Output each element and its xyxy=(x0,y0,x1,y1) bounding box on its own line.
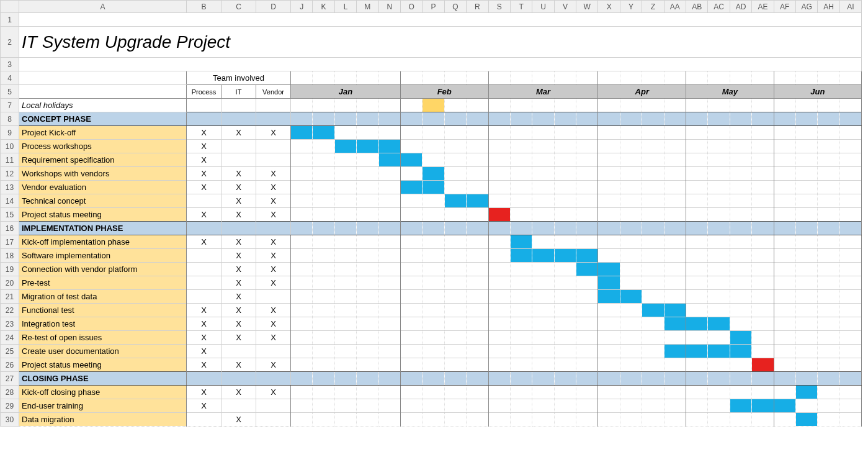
gantt-cell[interactable] xyxy=(664,358,686,372)
gantt-cell[interactable] xyxy=(510,358,532,372)
gantt-cell[interactable] xyxy=(620,249,642,263)
gantt-cell[interactable] xyxy=(620,386,642,399)
gantt-cell[interactable] xyxy=(510,99,532,112)
col-header-L[interactable]: L xyxy=(334,1,356,13)
gantt-cell[interactable] xyxy=(686,112,708,126)
gantt-cell[interactable] xyxy=(334,208,356,222)
process-mark[interactable]: X xyxy=(187,181,221,194)
process-mark[interactable] xyxy=(187,263,221,276)
gantt-cell[interactable] xyxy=(423,181,444,194)
gantt-cell[interactable] xyxy=(752,331,774,345)
gantt-cell[interactable] xyxy=(400,317,422,331)
row-header[interactable]: 3 xyxy=(1,58,19,71)
gantt-cell[interactable] xyxy=(357,358,378,372)
gantt-cell[interactable] xyxy=(620,112,642,126)
cell[interactable] xyxy=(686,71,708,85)
gantt-cell[interactable] xyxy=(795,276,817,290)
gantt-cell[interactable] xyxy=(730,317,751,331)
gantt-cell[interactable] xyxy=(576,153,598,167)
gantt-cell[interactable] xyxy=(532,413,554,427)
gantt-cell[interactable] xyxy=(642,222,664,235)
gantt-cell[interactable] xyxy=(730,413,751,427)
gantt-cell[interactable] xyxy=(488,263,510,276)
gantt-cell[interactable] xyxy=(620,99,642,112)
gantt-cell[interactable] xyxy=(598,126,620,140)
gantt-cell[interactable] xyxy=(467,290,488,304)
gantt-cell[interactable] xyxy=(488,413,510,427)
row-header[interactable]: 19 xyxy=(1,263,19,276)
it-mark[interactable]: X xyxy=(221,263,256,276)
col-header-X[interactable]: X xyxy=(598,1,620,13)
gantt-cell[interactable] xyxy=(488,399,510,413)
gantt-cell[interactable] xyxy=(444,194,466,208)
gantt-cell[interactable] xyxy=(467,304,488,317)
gantt-cell[interactable] xyxy=(818,372,839,386)
gantt-cell[interactable] xyxy=(708,235,730,249)
gantt-cell[interactable] xyxy=(752,304,774,317)
gantt-cell[interactable] xyxy=(576,249,598,263)
gantt-cell[interactable] xyxy=(357,386,378,399)
gantt-cell[interactable] xyxy=(774,249,795,263)
gantt-cell[interactable] xyxy=(774,290,795,304)
gantt-cell[interactable] xyxy=(576,386,598,399)
gantt-cell[interactable] xyxy=(378,140,400,153)
it-mark[interactable]: X xyxy=(221,290,256,304)
gantt-cell[interactable] xyxy=(488,222,510,235)
cell[interactable] xyxy=(187,112,221,126)
gantt-cell[interactable] xyxy=(774,386,795,399)
gantt-cell[interactable] xyxy=(818,194,839,208)
gantt-cell[interactable] xyxy=(313,276,334,290)
gantt-cell[interactable] xyxy=(576,304,598,317)
gantt-cell[interactable] xyxy=(795,290,817,304)
gantt-cell[interactable] xyxy=(444,112,466,126)
gantt-cell[interactable] xyxy=(400,235,422,249)
gantt-cell[interactable] xyxy=(774,99,795,112)
gantt-cell[interactable] xyxy=(488,331,510,345)
gantt-cell[interactable] xyxy=(423,345,444,358)
gantt-cell[interactable] xyxy=(357,194,378,208)
gantt-cell[interactable] xyxy=(357,317,378,331)
gantt-cell[interactable] xyxy=(532,153,554,167)
gantt-cell[interactable] xyxy=(291,263,313,276)
gantt-cell[interactable] xyxy=(598,222,620,235)
gantt-cell[interactable] xyxy=(313,140,334,153)
gantt-cell[interactable] xyxy=(357,140,378,153)
gantt-cell[interactable] xyxy=(467,413,488,427)
gantt-cell[interactable] xyxy=(423,358,444,372)
gantt-cell[interactable] xyxy=(664,263,686,276)
gantt-cell[interactable] xyxy=(510,290,532,304)
gantt-cell[interactable] xyxy=(510,222,532,235)
gantt-cell[interactable] xyxy=(730,249,751,263)
gantt-cell[interactable] xyxy=(400,358,422,372)
gantt-cell[interactable] xyxy=(620,235,642,249)
cell[interactable] xyxy=(730,71,751,85)
gantt-cell[interactable] xyxy=(708,317,730,331)
vendor-mark[interactable] xyxy=(256,140,291,153)
gantt-cell[interactable] xyxy=(378,235,400,249)
gantt-cell[interactable] xyxy=(576,222,598,235)
gantt-cell[interactable] xyxy=(400,208,422,222)
gantt-cell[interactable] xyxy=(752,126,774,140)
gantt-cell[interactable] xyxy=(467,167,488,181)
gantt-cell[interactable] xyxy=(313,181,334,194)
gantt-cell[interactable] xyxy=(664,304,686,317)
gantt-cell[interactable] xyxy=(664,235,686,249)
gantt-cell[interactable] xyxy=(488,181,510,194)
gantt-cell[interactable] xyxy=(774,413,795,427)
gantt-cell[interactable] xyxy=(488,194,510,208)
gantt-cell[interactable] xyxy=(708,413,730,427)
gantt-cell[interactable] xyxy=(334,358,356,372)
gantt-cell[interactable] xyxy=(400,167,422,181)
gantt-cell[interactable] xyxy=(291,153,313,167)
gantt-cell[interactable] xyxy=(467,208,488,222)
gantt-cell[interactable] xyxy=(378,112,400,126)
gantt-cell[interactable] xyxy=(598,345,620,358)
gantt-cell[interactable] xyxy=(708,263,730,276)
col-header-Q[interactable]: Q xyxy=(444,1,466,13)
process-mark[interactable]: X xyxy=(187,153,221,167)
gantt-cell[interactable] xyxy=(532,140,554,153)
gantt-cell[interactable] xyxy=(467,235,488,249)
gantt-cell[interactable] xyxy=(488,290,510,304)
gantt-cell[interactable] xyxy=(795,331,817,345)
row-header[interactable]: 30 xyxy=(1,413,19,427)
